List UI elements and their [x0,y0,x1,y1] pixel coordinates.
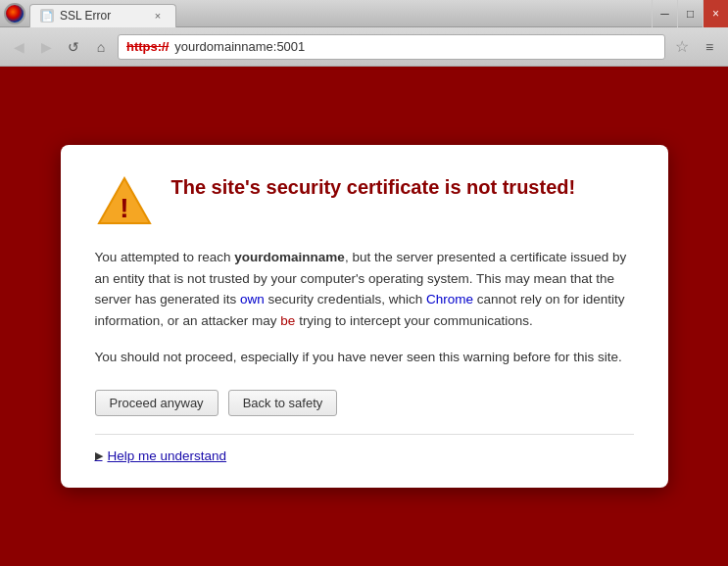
error-note: You should not proceed, especially if yo… [95,347,634,368]
body-domain: yourdomainname [234,250,345,264]
divider [95,434,634,435]
error-card: ! The site's security certificate is not… [61,145,668,488]
body-middle: security credentials, which [265,292,426,307]
help-link[interactable]: ▶ Help me understand [95,448,634,463]
back-to-safety-button[interactable]: Back to safety [228,390,338,416]
svg-text:!: ! [120,193,128,223]
maximize-button[interactable]: □ [677,0,703,27]
error-title: The site's security certificate is not t… [171,174,576,200]
close-button[interactable]: × [703,0,728,27]
title-bar: 📄 SSL Error × ─ □ × [0,0,728,27]
note-pre: You should not proceed, [95,350,241,364]
back-button[interactable]: ◀ [8,36,29,58]
body-end: trying to intercept your communications. [295,313,532,328]
warning-triangle-icon: ! [95,174,154,227]
note-post: if you have never seen this warning befo… [299,350,622,364]
home-button[interactable]: ⌂ [90,36,112,58]
button-row: Proceed anyway Back to safety [95,390,634,416]
tab-label: SSL Error [60,9,111,23]
url-error-icon: https:// [126,39,169,54]
window-controls: ─ □ × [652,0,728,27]
body-intro-pre: You attempted to reach [95,250,235,264]
url-bar[interactable]: https:// yourdomainname:5001 [118,34,665,60]
tab-bar: 📄 SSL Error × [29,0,176,27]
error-body: You attempted to reach yourdomainname, b… [95,247,634,331]
bookmark-button[interactable]: ☆ [671,36,693,58]
help-link-label: Help me understand [108,448,227,463]
body-chrome: Chrome [426,292,473,307]
browser-logo [4,3,25,24]
error-header: ! The site's security certificate is not… [95,174,634,227]
reload-button[interactable]: ↺ [63,36,84,58]
minimize-button[interactable]: ─ [652,0,677,27]
note-bold: especially [240,350,298,364]
tab-icon: 📄 [40,9,54,23]
url-text: yourdomainname:5001 [174,39,305,54]
body-own: own [240,292,265,307]
browser-tab[interactable]: 📄 SSL Error × [29,4,176,27]
help-arrow-icon: ▶ [95,449,103,462]
tab-close-button[interactable]: × [150,8,166,24]
body-be: be [280,313,295,328]
forward-button[interactable]: ▶ [35,36,57,58]
title-bar-left: 📄 SSL Error × [4,0,652,27]
address-bar: ◀ ▶ ↺ ⌂ https:// yourdomainname:5001 ☆ ≡ [0,27,728,67]
menu-button[interactable]: ≡ [699,36,720,58]
proceed-anyway-button[interactable]: Proceed anyway [95,390,218,416]
main-content: ! The site's security certificate is not… [0,67,728,566]
